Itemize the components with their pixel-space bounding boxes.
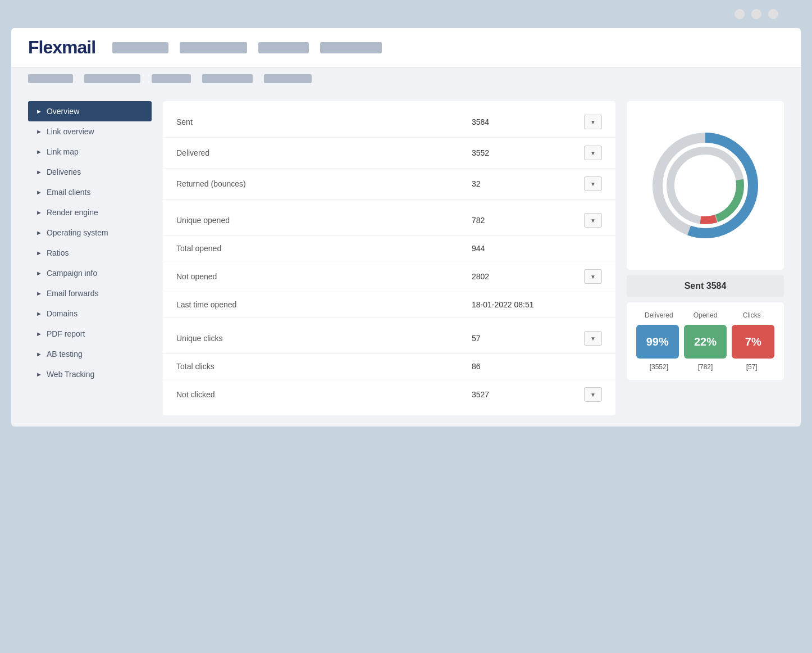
chevron-icon: ►	[36, 209, 42, 216]
sidebar-item-label: Link overview	[47, 127, 94, 136]
stats-boxes-counts: [3552] [782] [57]	[636, 363, 775, 371]
stat-count-delivered: [3552]	[636, 363, 681, 371]
header-nav-item-1[interactable]	[112, 42, 168, 53]
chevron-icon: ►	[36, 148, 42, 155]
sidebar-item-deliveries[interactable]: ► Deliveries	[28, 162, 152, 182]
browser-dot-3	[768, 9, 778, 19]
chevron-icon: ►	[36, 189, 42, 196]
stat-dropdown-not-opened[interactable]: ▼	[584, 269, 602, 284]
sidebar-item-email-forwards[interactable]: ► Email forwards	[28, 283, 152, 303]
sidebar-item-link-map[interactable]: ► Link map	[28, 142, 152, 162]
stat-dropdown-unique-opened[interactable]: ▼	[584, 213, 602, 228]
sidebar-item-label: PDF report	[47, 329, 85, 338]
main-content: Sent 3584 ▼ Delivered 3552 ▼ Returned (b…	[163, 101, 615, 415]
right-panel: Sent 3584 Delivered Opened Clicks 99% 22…	[627, 101, 784, 415]
sidebar-item-operating-system[interactable]: ► Operating system	[28, 223, 152, 243]
browser-dot-1	[735, 9, 745, 19]
sidebar: ► Overview ► Link overview ► Link map ► …	[28, 101, 152, 415]
stat-value-not-opened: 2802	[472, 272, 584, 281]
sidebar-item-label: Campaign info	[47, 269, 97, 278]
stat-label-sent: Sent	[176, 117, 472, 126]
sidebar-item-domains[interactable]: ► Domains	[28, 303, 152, 324]
stat-label-total-clicks: Total clicks	[176, 362, 472, 371]
sub-nav-item-3[interactable]	[152, 74, 191, 83]
stat-box-label-delivered: Delivered	[636, 311, 681, 319]
stat-count-opened: [782]	[683, 363, 728, 371]
stat-box-delivered: 99%	[636, 325, 679, 359]
stat-dropdown-not-clicked[interactable]: ▼	[584, 387, 602, 402]
sidebar-item-pdf-report[interactable]: ► PDF report	[28, 324, 152, 344]
chevron-icon: ►	[36, 128, 42, 135]
sidebar-item-label: Ratios	[47, 248, 69, 257]
sidebar-item-web-tracking[interactable]: ► Web Tracking	[28, 364, 152, 384]
sidebar-item-ratios[interactable]: ► Ratios	[28, 243, 152, 263]
sidebar-item-render-engine[interactable]: ► Render engine	[28, 202, 152, 223]
sidebar-item-label: Deliveries	[47, 167, 81, 176]
stat-box-clicks: 7%	[732, 325, 774, 359]
header-nav-item-3[interactable]	[258, 42, 309, 53]
stat-dropdown-unique-clicks[interactable]: ▼	[584, 331, 602, 346]
chevron-icon: ►	[36, 330, 42, 337]
sidebar-item-label: Link map	[47, 147, 79, 156]
stat-value-last-opened: 18-01-2022 08:51	[472, 300, 584, 309]
sidebar-item-link-overview[interactable]: ► Link overview	[28, 121, 152, 142]
header-nav-item-2[interactable]	[180, 42, 247, 53]
stat-count-clicks: [57]	[729, 363, 774, 371]
sub-nav	[11, 67, 801, 90]
table-row: Total clicks 86	[163, 354, 615, 379]
table-row: Not opened 2802 ▼	[163, 261, 615, 292]
table-row: Returned (bounces) 32 ▼	[163, 169, 615, 199]
stat-value-returned: 32	[472, 179, 584, 188]
stat-dropdown-delivered[interactable]: ▼	[584, 146, 602, 160]
stat-box-label-clicks: Clicks	[729, 311, 774, 319]
stat-label-unique-clicks: Unique clicks	[176, 334, 472, 343]
stat-box-label-opened: Opened	[683, 311, 728, 319]
stat-dropdown-sent[interactable]: ▼	[584, 115, 602, 129]
chevron-icon: ►	[36, 229, 42, 236]
sidebar-item-label: AB testing	[47, 350, 83, 359]
app-logo: Flexmail	[28, 37, 95, 58]
chevron-icon: ►	[36, 169, 42, 175]
chevron-icon: ►	[36, 310, 42, 317]
sub-nav-item-5[interactable]	[264, 74, 312, 83]
table-row: Not clicked 3527 ▼	[163, 379, 615, 410]
stats-boxes-values: 99% 22% 7%	[636, 325, 775, 359]
sub-nav-item-1[interactable]	[28, 74, 73, 83]
header-nav-item-4[interactable]	[320, 42, 382, 53]
stat-value-total-clicks: 86	[472, 362, 584, 371]
sidebar-item-ab-testing[interactable]: ► AB testing	[28, 344, 152, 364]
stat-label-last-opened: Last time opened	[176, 300, 472, 309]
stat-box-opened: 22%	[684, 325, 727, 359]
chevron-icon: ►	[36, 250, 42, 256]
sidebar-item-label: Email clients	[47, 188, 91, 197]
stats-table: Sent 3584 ▼ Delivered 3552 ▼ Returned (b…	[163, 101, 615, 415]
stat-label-not-opened: Not opened	[176, 272, 472, 281]
stat-dropdown-returned[interactable]: ▼	[584, 176, 602, 191]
stat-value-delivered: 3552	[472, 148, 584, 157]
sidebar-item-email-clients[interactable]: ► Email clients	[28, 182, 152, 202]
stat-value-not-clicked: 3527	[472, 390, 584, 399]
chevron-icon: ►	[36, 108, 42, 115]
sidebar-item-campaign-info[interactable]: ► Campaign info	[28, 263, 152, 283]
stat-value-total-opened: 944	[472, 244, 584, 253]
stats-boxes-header: Delivered Opened Clicks	[636, 311, 775, 319]
browser-dot-2	[751, 9, 761, 19]
sub-nav-item-4[interactable]	[202, 74, 253, 83]
donut-chart-card	[627, 101, 784, 270]
sidebar-item-label: Overview	[47, 107, 79, 116]
app-window: Flexmail ► Overview ► Link overview	[11, 28, 801, 427]
chevron-icon: ►	[36, 371, 42, 378]
sidebar-item-overview[interactable]: ► Overview	[28, 101, 152, 121]
donut-chart	[649, 129, 761, 242]
sidebar-item-label: Render engine	[47, 208, 98, 217]
sub-nav-item-2[interactable]	[84, 74, 140, 83]
content-area: ► Overview ► Link overview ► Link map ► …	[11, 90, 801, 427]
header-nav	[112, 42, 382, 53]
stat-label-delivered: Delivered	[176, 148, 472, 157]
chevron-icon: ►	[36, 351, 42, 357]
table-row: Last time opened 18-01-2022 08:51	[163, 292, 615, 318]
chevron-icon: ►	[36, 270, 42, 276]
stat-value-sent: 3584	[472, 117, 584, 126]
sent-label: Sent 3584	[627, 275, 784, 297]
sidebar-item-label: Domains	[47, 309, 77, 318]
